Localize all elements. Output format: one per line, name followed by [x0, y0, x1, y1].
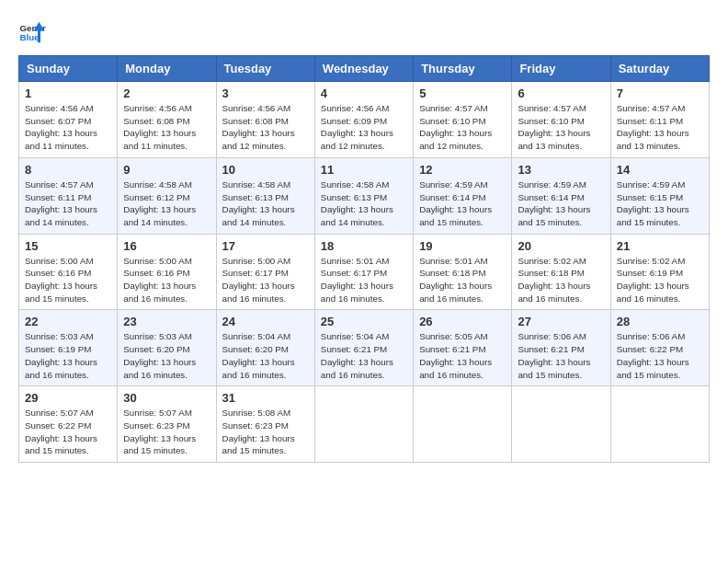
weekday-header-row: Sunday Monday Tuesday Wednesday Thursday… — [19, 56, 710, 82]
day-cell-25: 25 Sunrise: 5:04 AMSunset: 6:21 PMDaylig… — [314, 310, 413, 386]
day-info: Sunrise: 5:02 AMSunset: 6:19 PMDaylight:… — [617, 256, 689, 304]
day-cell-18: 18 Sunrise: 5:01 AMSunset: 6:17 PMDaylig… — [314, 234, 413, 310]
day-info: Sunrise: 5:04 AMSunset: 6:21 PMDaylight:… — [321, 331, 393, 379]
calendar-table: Sunday Monday Tuesday Wednesday Thursday… — [18, 55, 710, 463]
day-info: Sunrise: 4:56 AMSunset: 6:08 PMDaylight:… — [123, 103, 196, 151]
day-info: Sunrise: 4:57 AMSunset: 6:10 PMDaylight:… — [518, 103, 590, 151]
day-cell-3: 3 Sunrise: 4:56 AMSunset: 6:08 PMDayligh… — [216, 82, 314, 158]
day-cell-9: 9 Sunrise: 4:58 AMSunset: 6:12 PMDayligh… — [118, 157, 216, 234]
day-cell-11: 11 Sunrise: 4:58 AMSunset: 6:13 PMDaylig… — [314, 157, 413, 234]
logo: General Blue — [18, 18, 46, 46]
day-number: 23 — [123, 315, 210, 328]
day-number: 19 — [419, 239, 506, 253]
day-info: Sunrise: 5:03 AMSunset: 6:20 PMDaylight:… — [123, 331, 196, 379]
day-number: 7 — [617, 86, 703, 100]
day-cell-27: 27 Sunrise: 5:06 AMSunset: 6:21 PMDaylig… — [512, 310, 610, 386]
day-cell-21: 21 Sunrise: 5:02 AMSunset: 6:19 PMDaylig… — [610, 234, 709, 310]
day-info: Sunrise: 5:04 AMSunset: 6:20 PMDaylight:… — [222, 331, 295, 379]
empty-cell — [314, 386, 413, 463]
empty-cell — [512, 386, 610, 463]
day-info: Sunrise: 5:00 AMSunset: 6:17 PMDaylight:… — [222, 256, 295, 304]
day-cell-6: 6 Sunrise: 4:57 AMSunset: 6:10 PMDayligh… — [512, 82, 610, 158]
day-number: 22 — [25, 315, 111, 328]
day-info: Sunrise: 4:57 AMSunset: 6:11 PMDaylight:… — [25, 179, 97, 227]
day-number: 29 — [25, 391, 111, 405]
day-number: 11 — [321, 163, 407, 177]
day-info: Sunrise: 4:57 AMSunset: 6:11 PMDaylight:… — [617, 103, 689, 151]
day-cell-30: 30 Sunrise: 5:07 AMSunset: 6:23 PMDaylig… — [118, 386, 216, 463]
day-number: 8 — [25, 163, 111, 177]
day-cell-20: 20 Sunrise: 5:02 AMSunset: 6:18 PMDaylig… — [512, 234, 610, 310]
day-cell-15: 15 Sunrise: 5:00 AMSunset: 6:16 PMDaylig… — [19, 234, 118, 310]
day-info: Sunrise: 5:01 AMSunset: 6:18 PMDaylight:… — [419, 256, 492, 304]
day-info: Sunrise: 5:02 AMSunset: 6:18 PMDaylight:… — [518, 256, 590, 304]
col-wednesday: Wednesday — [314, 56, 413, 82]
day-cell-31: 31 Sunrise: 5:08 AMSunset: 6:23 PMDaylig… — [216, 386, 314, 463]
day-cell-17: 17 Sunrise: 5:00 AMSunset: 6:17 PMDaylig… — [216, 234, 314, 310]
day-cell-1: 1 Sunrise: 4:56 AMSunset: 6:07 PMDayligh… — [19, 82, 118, 158]
day-info: Sunrise: 4:59 AMSunset: 6:14 PMDaylight:… — [518, 179, 590, 227]
day-info: Sunrise: 5:03 AMSunset: 6:19 PMDaylight:… — [25, 331, 97, 379]
page-header: General Blue — [18, 18, 710, 46]
day-number: 21 — [617, 239, 703, 253]
day-info: Sunrise: 4:59 AMSunset: 6:14 PMDaylight:… — [419, 179, 492, 227]
day-cell-26: 26 Sunrise: 5:05 AMSunset: 6:21 PMDaylig… — [414, 310, 512, 386]
day-info: Sunrise: 5:00 AMSunset: 6:16 PMDaylight:… — [123, 256, 196, 304]
day-number: 16 — [123, 239, 210, 253]
day-cell-16: 16 Sunrise: 5:00 AMSunset: 6:16 PMDaylig… — [118, 234, 216, 310]
col-sunday: Sunday — [19, 56, 118, 82]
day-info: Sunrise: 4:56 AMSunset: 6:09 PMDaylight:… — [321, 103, 393, 151]
day-number: 13 — [518, 163, 604, 177]
day-number: 31 — [222, 391, 309, 405]
day-number: 1 — [25, 86, 111, 100]
day-info: Sunrise: 5:08 AMSunset: 6:23 PMDaylight:… — [222, 408, 295, 455]
day-number: 3 — [222, 86, 309, 100]
day-number: 4 — [321, 86, 407, 100]
day-cell-13: 13 Sunrise: 4:59 AMSunset: 6:14 PMDaylig… — [512, 157, 610, 234]
day-number: 2 — [123, 86, 210, 100]
day-number: 6 — [518, 86, 604, 100]
day-info: Sunrise: 5:06 AMSunset: 6:22 PMDaylight:… — [617, 331, 689, 379]
day-info: Sunrise: 4:58 AMSunset: 6:13 PMDaylight:… — [321, 179, 393, 227]
day-info: Sunrise: 5:05 AMSunset: 6:21 PMDaylight:… — [419, 331, 492, 379]
day-number: 10 — [222, 163, 309, 177]
day-info: Sunrise: 4:59 AMSunset: 6:15 PMDaylight:… — [617, 179, 689, 227]
day-info: Sunrise: 5:07 AMSunset: 6:23 PMDaylight:… — [123, 408, 196, 455]
day-cell-28: 28 Sunrise: 5:06 AMSunset: 6:22 PMDaylig… — [610, 310, 709, 386]
day-cell-24: 24 Sunrise: 5:04 AMSunset: 6:20 PMDaylig… — [216, 310, 314, 386]
day-number: 30 — [123, 391, 210, 405]
day-info: Sunrise: 5:06 AMSunset: 6:21 PMDaylight:… — [518, 331, 590, 379]
day-info: Sunrise: 4:58 AMSunset: 6:13 PMDaylight:… — [222, 179, 295, 227]
week-row-3: 15 Sunrise: 5:00 AMSunset: 6:16 PMDaylig… — [19, 234, 710, 310]
day-number: 20 — [518, 239, 604, 253]
day-number: 15 — [25, 239, 111, 253]
day-info: Sunrise: 5:01 AMSunset: 6:17 PMDaylight:… — [321, 256, 393, 304]
day-cell-10: 10 Sunrise: 4:58 AMSunset: 6:13 PMDaylig… — [216, 157, 314, 234]
day-cell-12: 12 Sunrise: 4:59 AMSunset: 6:14 PMDaylig… — [414, 157, 512, 234]
day-info: Sunrise: 4:56 AMSunset: 6:08 PMDaylight:… — [222, 103, 295, 151]
day-cell-22: 22 Sunrise: 5:03 AMSunset: 6:19 PMDaylig… — [19, 310, 118, 386]
day-number: 27 — [518, 315, 604, 328]
day-cell-29: 29 Sunrise: 5:07 AMSunset: 6:22 PMDaylig… — [19, 386, 118, 463]
day-number: 25 — [321, 315, 407, 328]
col-tuesday: Tuesday — [216, 56, 314, 82]
svg-text:Blue: Blue — [20, 32, 40, 42]
empty-cell — [414, 386, 512, 463]
day-number: 24 — [222, 315, 309, 328]
week-row-4: 22 Sunrise: 5:03 AMSunset: 6:19 PMDaylig… — [19, 310, 710, 386]
day-number: 14 — [617, 163, 703, 177]
day-cell-19: 19 Sunrise: 5:01 AMSunset: 6:18 PMDaylig… — [414, 234, 512, 310]
week-row-5: 29 Sunrise: 5:07 AMSunset: 6:22 PMDaylig… — [19, 386, 710, 463]
day-info: Sunrise: 5:07 AMSunset: 6:22 PMDaylight:… — [25, 408, 97, 455]
day-cell-14: 14 Sunrise: 4:59 AMSunset: 6:15 PMDaylig… — [610, 157, 709, 234]
col-saturday: Saturday — [610, 56, 709, 82]
day-cell-23: 23 Sunrise: 5:03 AMSunset: 6:20 PMDaylig… — [118, 310, 216, 386]
day-info: Sunrise: 4:56 AMSunset: 6:07 PMDaylight:… — [25, 103, 97, 151]
week-row-2: 8 Sunrise: 4:57 AMSunset: 6:11 PMDayligh… — [19, 157, 710, 234]
col-friday: Friday — [512, 56, 610, 82]
empty-cell — [610, 386, 709, 463]
day-number: 9 — [123, 163, 210, 177]
day-number: 26 — [419, 315, 506, 328]
day-number: 5 — [419, 86, 506, 100]
col-monday: Monday — [118, 56, 216, 82]
